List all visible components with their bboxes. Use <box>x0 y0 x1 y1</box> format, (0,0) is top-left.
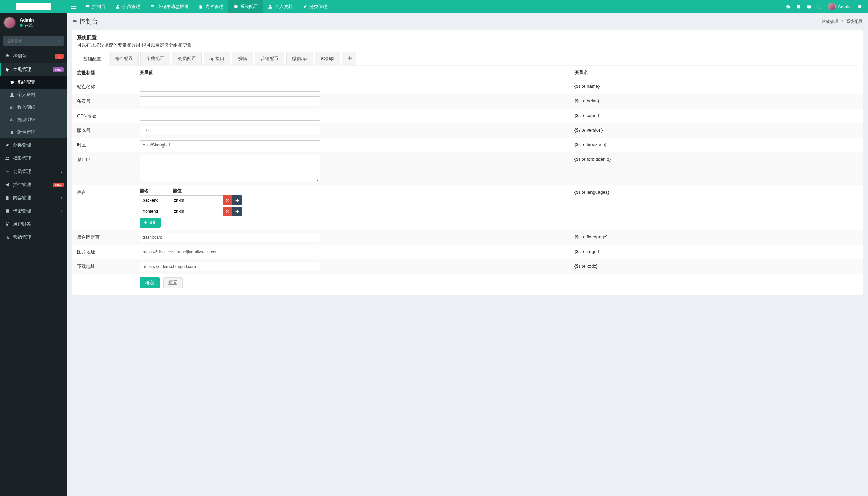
tab-3[interactable]: 会员配置 <box>172 52 202 65</box>
add-button[interactable]: ✚ 追加 <box>140 218 161 228</box>
row-title: 时区 <box>72 138 135 152</box>
table-row: 下载地址{$site.xzdz} <box>72 259 863 274</box>
row-title: CDN地址 <box>72 109 135 123</box>
kv-key-input[interactable] <box>140 195 171 205</box>
row-variable: {$site.forbiddenip} <box>570 152 863 185</box>
kv-row: ✕ ✥ <box>140 207 565 216</box>
table-row: 后台固定页{$site.fixedpage} <box>72 230 863 245</box>
textarea-5[interactable] <box>140 155 320 182</box>
topnav-item-6[interactable]: 分类管理 <box>298 0 332 13</box>
row-title: 语言 <box>72 185 135 230</box>
row-value-cell <box>135 152 570 185</box>
table-row: 版本号{$site.version} <box>72 123 863 138</box>
sidebar-item-1[interactable]: 常规管理new <box>0 63 67 76</box>
sidebar-subitem-1-4[interactable]: 附件管理 <box>0 126 67 138</box>
sidebar-subitem-1-1[interactable]: 个人资料 <box>0 89 67 101</box>
text-input-0[interactable] <box>140 82 320 92</box>
reset-button[interactable]: 重置 <box>163 277 183 288</box>
text-input-2[interactable] <box>140 111 320 121</box>
kv-val-input[interactable] <box>171 195 223 205</box>
row-value-cell <box>135 259 570 274</box>
sidebar-menu: 控制台hot常规管理new系统配置个人资料收入明细提现明细附件管理分类管理权限管… <box>0 50 67 244</box>
sidebar-toggle[interactable] <box>67 0 80 13</box>
trash-icon[interactable] <box>793 0 804 13</box>
kv-row: ✕ ✥ <box>140 195 565 205</box>
arrows-icon: ✥ <box>235 209 239 214</box>
text-input-3[interactable] <box>140 126 320 135</box>
tab-7[interactable]: 微信api <box>286 52 313 65</box>
table-row: 语言键名键值 ✕ ✥ ✕ ✥ ✚ 追加{$site.languages} <box>72 185 863 230</box>
sidebar-item-4[interactable]: 会员管理‹ <box>0 165 67 178</box>
breadcrumb-item[interactable]: 常规管理 <box>822 19 838 24</box>
tab-2[interactable]: 字典配置 <box>140 52 170 65</box>
row-variable: {$site.version} <box>570 123 863 138</box>
avatar-icon <box>828 3 836 10</box>
text-input-1[interactable] <box>140 96 320 106</box>
text-input-8[interactable] <box>140 247 320 257</box>
breadcrumb-item: 系统配置 <box>846 19 863 24</box>
sidebar-item-8[interactable]: 用户财务‹ <box>0 218 67 231</box>
text-input-9[interactable] <box>140 262 320 271</box>
settings-icon[interactable] <box>854 0 865 13</box>
tab-4[interactable]: api接口 <box>204 52 230 65</box>
chevron-left-icon: ‹ <box>61 235 62 239</box>
row-value-cell <box>135 230 570 245</box>
tab-0[interactable]: 基础配置 <box>77 52 107 66</box>
sidebar-item-2[interactable]: 分类管理 <box>0 138 67 152</box>
th-title: 变量标题 <box>72 66 135 79</box>
breadcrumb-right: 常规管理 / 系统配置 <box>822 19 863 25</box>
topnav-item-4[interactable]: 系统配置 <box>228 0 263 13</box>
search-icon[interactable] <box>58 39 61 43</box>
move-button[interactable]: ✥ <box>232 207 242 216</box>
table-row: 站点名称{$site.name} <box>72 79 863 94</box>
topnav-item-2[interactable]: 小程序消息推送 <box>145 0 193 13</box>
sidebar-subitem-1-0[interactable]: 系统配置 <box>0 76 67 89</box>
kv-val-input[interactable] <box>171 207 223 216</box>
topnav-item-5[interactable]: 个人资料 <box>263 0 298 13</box>
sidebar-item-5[interactable]: 插件管理new <box>0 178 67 191</box>
delete-button[interactable]: ✕ <box>223 195 232 205</box>
row-value-cell <box>135 109 570 123</box>
times-icon: ✕ <box>226 209 230 214</box>
tab-1[interactable]: 邮件配置 <box>109 52 139 65</box>
topnav-item-0[interactable]: 控制台 <box>80 0 110 13</box>
sidebar-item-6[interactable]: 内容管理‹ <box>0 191 67 204</box>
sidebar-subitem-1-2[interactable]: 收入明细 <box>0 101 67 114</box>
add-tab-button[interactable]: ✚ <box>342 52 356 65</box>
file-icon <box>198 4 203 9</box>
row-variable: {$site.name} <box>570 79 863 94</box>
times-icon: ✕ <box>226 198 230 203</box>
tab-8[interactable]: appapi <box>315 52 340 65</box>
tab-5[interactable]: 横幅 <box>232 52 253 65</box>
text-input-4[interactable] <box>140 140 320 150</box>
user-menu[interactable]: Admin <box>825 3 854 10</box>
delete-button[interactable]: ✕ <box>223 207 232 216</box>
row-variable: {$site.languages} <box>570 185 863 230</box>
sidebar-item-0[interactable]: 控制台hot <box>0 50 67 63</box>
kv-key-input[interactable] <box>140 207 171 216</box>
avatar-icon <box>3 17 16 29</box>
sidebar-item-3[interactable]: 权限管理‹ <box>0 152 67 165</box>
plus-icon: ✚ <box>144 220 147 225</box>
move-button[interactable]: ✥ <box>232 195 242 205</box>
tab-6[interactable]: 营销配置 <box>255 52 284 65</box>
sidebar-item-9[interactable]: 营销管理‹ <box>0 231 67 244</box>
sidebar-search <box>3 36 64 46</box>
language-icon[interactable] <box>804 0 814 13</box>
table-row: 禁止IP{$site.forbiddenip} <box>72 152 863 185</box>
sidebar-item-7[interactable]: 卡密管理‹ <box>0 204 67 218</box>
fullscreen-icon[interactable] <box>814 0 825 13</box>
home-icon[interactable] <box>783 0 793 13</box>
search-input[interactable] <box>6 39 58 43</box>
topnav-item-3[interactable]: 内容管理 <box>193 0 228 13</box>
logo <box>16 3 51 10</box>
sidebar: Admin 在线 控制台hot常规管理new系统配置个人资料收入明细提现明细附件… <box>0 13 67 496</box>
row-value-cell <box>135 138 570 152</box>
breadcrumb-left: 控制台 <box>72 17 98 26</box>
topnav-item-1[interactable]: 会员管理 <box>110 0 145 13</box>
text-input-7[interactable] <box>140 233 320 242</box>
cog-icon <box>233 4 238 9</box>
submit-button[interactable]: 确定 <box>140 277 160 288</box>
sidebar-subitem-1-3[interactable]: 提现明细 <box>0 114 67 126</box>
row-variable: {$site.beian} <box>570 94 863 109</box>
